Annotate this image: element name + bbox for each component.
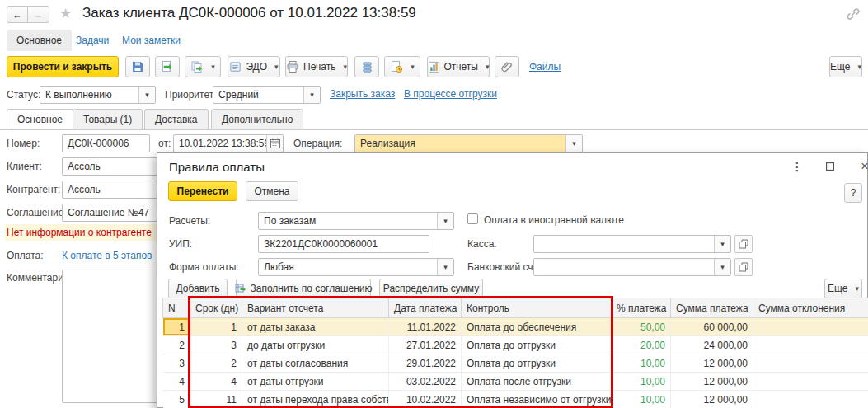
cell-days[interactable]: 4 [190, 373, 242, 391]
tab-my-notes[interactable]: Мои заметки [122, 35, 181, 46]
col-header-percent[interactable]: % платежа [612, 298, 671, 318]
cell-deviation[interactable] [753, 391, 868, 408]
doc-tab-main[interactable]: Основное [7, 109, 73, 129]
post-document-button[interactable] [155, 56, 180, 77]
cell-percent[interactable]: 10,00 [612, 373, 671, 391]
shipping-in-progress-link[interactable]: В процессе отгрузки [404, 88, 497, 100]
priority-select[interactable]: Средний [213, 86, 321, 104]
cell-percent[interactable]: 20,00 [612, 336, 671, 354]
cell-date[interactable]: 29.01.2022 [389, 354, 462, 373]
toolbar-more-button[interactable]: Еще [829, 56, 862, 77]
cell-control[interactable]: Оплата до отгрузки [462, 354, 612, 373]
table-row[interactable]: 2 3 до даты отгрузки 27.01.2022 Оплата д… [163, 336, 868, 354]
calculations-select[interactable]: По заказам [258, 212, 454, 230]
table-row[interactable]: 4 4 от даты отгрузки 03.02.2022 Оплата п… [163, 373, 868, 391]
cell-variant[interactable]: от даты перехода права собств… [242, 391, 389, 408]
col-header-deviation[interactable]: Сумма отклонения [753, 298, 868, 318]
uip-field[interactable]: ЗК2201ДС0К0000060001 [258, 235, 429, 253]
agreement-field[interactable]: Соглашение №47 [62, 204, 157, 222]
reports-button[interactable]: Отчеты [427, 56, 490, 77]
foreign-currency-checkbox[interactable] [467, 213, 478, 224]
print-button[interactable]: Печать [285, 56, 348, 77]
cell-n[interactable]: 4 [163, 373, 190, 391]
files-link[interactable]: Файлы [529, 61, 561, 73]
cell-date[interactable]: 03.02.2022 [389, 373, 462, 391]
calculations-dropdown-icon[interactable] [437, 213, 453, 229]
cell-date[interactable]: 10.02.2022 [389, 391, 462, 408]
close-order-link[interactable]: Закрыть заказ [330, 88, 395, 100]
table-row[interactable]: 5 11 от даты перехода права собств… 10.0… [163, 391, 868, 408]
bank-account-open-icon[interactable] [734, 258, 753, 276]
back-button[interactable]: ← [7, 6, 28, 23]
table-row[interactable]: 1 1 от даты заказа 11.01.2022 Оплата до … [163, 318, 868, 336]
doc-tab-delivery[interactable]: Доставка [144, 109, 209, 129]
save-button[interactable] [125, 56, 150, 77]
cell-amount[interactable]: 12 000,00 [671, 391, 753, 408]
payment-form-select[interactable]: Любая [258, 258, 454, 276]
cell-variant[interactable]: до даты отгрузки [242, 336, 389, 354]
dialog-close-icon[interactable]: × [856, 158, 868, 175]
counterparty-field[interactable]: Ассоль [62, 181, 157, 199]
cell-control[interactable]: Оплата после отгрузки [462, 373, 612, 391]
bank-account-field[interactable] [533, 258, 731, 276]
cell-amount[interactable]: 12 000,00 [671, 373, 753, 391]
cancel-button[interactable]: Отмена [246, 181, 298, 201]
help-button[interactable]: ? [844, 183, 862, 203]
cell-date[interactable]: 11.01.2022 [389, 318, 462, 336]
favorite-star-icon[interactable]: ★ [59, 5, 72, 22]
cell-n[interactable]: 1 [163, 318, 190, 336]
edo-button[interactable]: ЭДО [228, 56, 280, 77]
calendar-icon[interactable] [266, 135, 283, 152]
cell-deviation[interactable] [753, 318, 868, 336]
fill-by-agreement-button[interactable]: Заполнить по соглашению [236, 279, 371, 298]
doc-tab-goods[interactable]: Товары (1) [73, 109, 143, 129]
bank-account-dropdown-icon[interactable] [714, 259, 730, 275]
cell-days[interactable]: 11 [190, 391, 242, 408]
transfer-button[interactable]: Перенести [168, 181, 237, 201]
cell-n[interactable]: 2 [163, 336, 190, 354]
doc-tab-additional[interactable]: Дополнительно [211, 109, 303, 129]
cell-amount[interactable]: 60 000,00 [671, 318, 753, 336]
payment-form-dropdown-icon[interactable] [437, 259, 453, 275]
cashbox-dropdown-icon[interactable] [714, 236, 730, 252]
col-header-n[interactable]: N [163, 298, 190, 318]
cell-percent[interactable]: 10,00 [612, 354, 671, 373]
date-field[interactable]: 10.01.2022 13:38:59 [173, 134, 284, 152]
cell-n[interactable]: 3 [163, 354, 190, 373]
cell-days[interactable]: 1 [190, 318, 242, 336]
attachments-button[interactable] [495, 56, 519, 77]
tab-main[interactable]: Основное [7, 30, 72, 51]
cell-deviation[interactable] [753, 373, 868, 391]
dialog-maximize-icon[interactable] [822, 158, 838, 175]
status-select[interactable]: К выполнению [40, 86, 156, 104]
col-header-date[interactable]: Дата платежа [389, 298, 462, 318]
cell-variant[interactable]: от даты заказа [242, 318, 389, 336]
dialog-menu-icon[interactable]: ⋮ [789, 158, 805, 175]
forward-button[interactable]: → [28, 6, 49, 23]
cell-days[interactable]: 3 [190, 336, 242, 354]
cell-n[interactable]: 5 [163, 391, 190, 408]
cell-control[interactable]: Оплата до отгрузки [462, 336, 612, 354]
cell-percent[interactable]: 10,00 [612, 391, 671, 408]
operation-select[interactable]: Реализация [354, 134, 583, 152]
cell-days[interactable]: 2 [190, 354, 242, 373]
get-link-icon[interactable] [846, 7, 861, 21]
cell-deviation[interactable] [753, 354, 868, 373]
cell-amount[interactable]: 12 000,00 [671, 354, 753, 373]
add-row-button[interactable]: Добавить [168, 279, 228, 298]
register-records-button[interactable] [354, 56, 379, 77]
cashbox-field[interactable] [533, 235, 731, 253]
col-header-amount[interactable]: Сумма платежа [671, 298, 753, 318]
status-dropdown-icon[interactable] [138, 87, 155, 103]
table-row[interactable]: 3 2 от даты согласования 29.01.2022 Опла… [163, 354, 868, 373]
cell-percent[interactable]: 50,00 [612, 318, 671, 336]
create-based-on-button[interactable] [185, 56, 221, 77]
document-history-button[interactable] [384, 56, 420, 77]
number-field[interactable]: ДС0К-000006 [62, 134, 150, 152]
distribute-amount-button[interactable]: Распределить сумму [379, 279, 483, 298]
col-header-control[interactable]: Контроль [462, 298, 612, 318]
cell-deviation[interactable] [753, 336, 868, 354]
comment-textarea[interactable] [62, 270, 157, 403]
dialog-more-button[interactable]: Еще [824, 279, 862, 298]
col-header-variant[interactable]: Вариант отсчета [242, 298, 389, 318]
